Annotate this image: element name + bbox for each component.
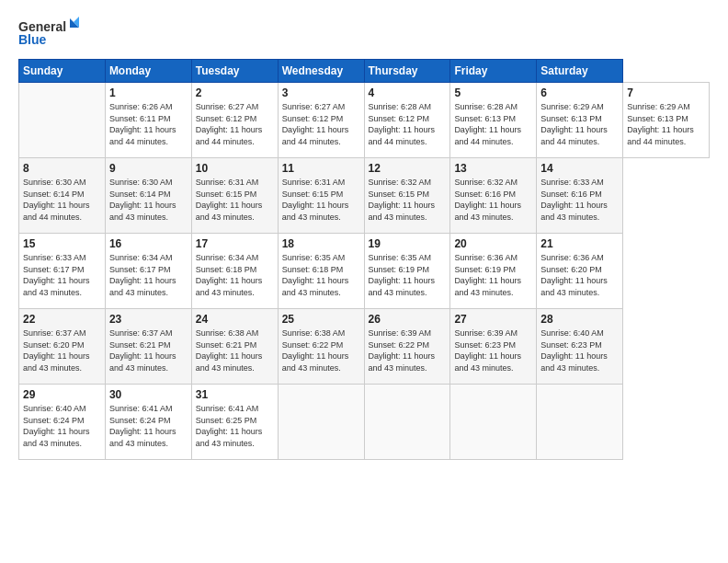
- day-info: Sunrise: 6:33 AMSunset: 6:16 PMDaylight:…: [540, 177, 619, 223]
- calendar-cell: 17Sunrise: 6:34 AMSunset: 6:18 PMDayligh…: [191, 234, 278, 309]
- day-info: Sunrise: 6:29 AMSunset: 6:13 PMDaylight:…: [627, 101, 705, 147]
- calendar-week-4: 22Sunrise: 6:37 AMSunset: 6:20 PMDayligh…: [19, 309, 710, 385]
- day-header-sunday: Sunday: [19, 60, 106, 83]
- day-number: 2: [196, 86, 274, 99]
- day-number: 20: [454, 237, 532, 250]
- calendar-cell: 25Sunrise: 6:38 AMSunset: 6:22 PMDayligh…: [278, 309, 364, 385]
- day-header-monday: Monday: [105, 60, 191, 83]
- day-number: 12: [369, 162, 447, 175]
- calendar-cell: 31Sunrise: 6:41 AMSunset: 6:25 PMDayligh…: [191, 385, 278, 460]
- calendar-cell: 12Sunrise: 6:32 AMSunset: 6:15 PMDayligh…: [364, 158, 450, 234]
- day-info: Sunrise: 6:37 AMSunset: 6:21 PMDaylight:…: [109, 327, 188, 373]
- calendar-cell: 24Sunrise: 6:38 AMSunset: 6:21 PMDayligh…: [191, 309, 278, 385]
- day-number: 13: [454, 162, 532, 175]
- day-number: 11: [282, 162, 360, 175]
- calendar-cell: 11Sunrise: 6:31 AMSunset: 6:15 PMDayligh…: [278, 158, 364, 234]
- day-number: 17: [196, 237, 274, 250]
- day-header-friday: Friday: [450, 60, 537, 83]
- day-info: Sunrise: 6:32 AMSunset: 6:15 PMDaylight:…: [369, 177, 447, 223]
- calendar-week-2: 8Sunrise: 6:30 AMSunset: 6:14 PMDaylight…: [19, 158, 710, 234]
- day-info: Sunrise: 6:41 AMSunset: 6:24 PMDaylight:…: [109, 403, 188, 449]
- calendar-cell: 27Sunrise: 6:39 AMSunset: 6:23 PMDayligh…: [450, 309, 537, 385]
- calendar-cell: 22Sunrise: 6:37 AMSunset: 6:20 PMDayligh…: [19, 309, 106, 385]
- day-info: Sunrise: 6:35 AMSunset: 6:18 PMDaylight:…: [282, 252, 360, 298]
- day-number: 7: [627, 86, 705, 99]
- day-header-thursday: Thursday: [364, 60, 450, 83]
- day-info: Sunrise: 6:38 AMSunset: 6:21 PMDaylight:…: [196, 327, 274, 373]
- day-info: Sunrise: 6:36 AMSunset: 6:19 PMDaylight:…: [454, 252, 532, 298]
- calendar-cell: 14Sunrise: 6:33 AMSunset: 6:16 PMDayligh…: [537, 158, 623, 234]
- day-number: 31: [196, 388, 274, 401]
- page: General Blue SundayMondayTuesdayWednesda…: [0, 0, 728, 563]
- day-info: Sunrise: 6:32 AMSunset: 6:16 PMDaylight:…: [454, 177, 532, 223]
- day-info: Sunrise: 6:29 AMSunset: 6:13 PMDaylight:…: [540, 101, 619, 147]
- day-info: Sunrise: 6:34 AMSunset: 6:18 PMDaylight:…: [196, 252, 274, 298]
- day-info: Sunrise: 6:38 AMSunset: 6:22 PMDaylight:…: [282, 327, 360, 373]
- day-number: 23: [109, 313, 188, 326]
- calendar-cell: 7Sunrise: 6:29 AMSunset: 6:13 PMDaylight…: [623, 83, 710, 158]
- day-number: 5: [454, 86, 532, 99]
- day-info: Sunrise: 6:27 AMSunset: 6:12 PMDaylight:…: [196, 101, 274, 147]
- day-number: 30: [109, 388, 188, 401]
- day-info: Sunrise: 6:33 AMSunset: 6:17 PMDaylight:…: [23, 252, 101, 298]
- calendar-cell: 9Sunrise: 6:30 AMSunset: 6:14 PMDaylight…: [105, 158, 191, 234]
- day-info: Sunrise: 6:39 AMSunset: 6:23 PMDaylight:…: [454, 327, 532, 373]
- day-number: 22: [23, 313, 101, 326]
- day-number: 25: [282, 313, 360, 326]
- svg-text:Blue: Blue: [18, 32, 47, 47]
- calendar-cell: 30Sunrise: 6:41 AMSunset: 6:24 PMDayligh…: [105, 385, 191, 460]
- calendar-cell: 18Sunrise: 6:35 AMSunset: 6:18 PMDayligh…: [278, 234, 364, 309]
- day-number: 14: [540, 162, 619, 175]
- day-info: Sunrise: 6:40 AMSunset: 6:23 PMDaylight:…: [540, 327, 619, 373]
- calendar-cell: 2Sunrise: 6:27 AMSunset: 6:12 PMDaylight…: [191, 83, 278, 158]
- day-number: 29: [23, 388, 101, 401]
- day-number: 8: [23, 162, 101, 175]
- logo: General Blue: [18, 17, 83, 50]
- day-info: Sunrise: 6:28 AMSunset: 6:13 PMDaylight:…: [454, 101, 532, 147]
- calendar-header-row: SundayMondayTuesdayWednesdayThursdayFrid…: [19, 60, 710, 83]
- calendar-cell: [19, 83, 106, 158]
- day-number: 21: [540, 237, 619, 250]
- day-number: 4: [369, 86, 447, 99]
- calendar-cell: 8Sunrise: 6:30 AMSunset: 6:14 PMDaylight…: [19, 158, 106, 234]
- day-info: Sunrise: 6:36 AMSunset: 6:20 PMDaylight:…: [540, 252, 619, 298]
- calendar-cell: 5Sunrise: 6:28 AMSunset: 6:13 PMDaylight…: [450, 83, 537, 158]
- day-info: Sunrise: 6:31 AMSunset: 6:15 PMDaylight:…: [282, 177, 360, 223]
- day-number: 16: [109, 237, 188, 250]
- day-number: 3: [282, 86, 360, 99]
- day-info: Sunrise: 6:31 AMSunset: 6:15 PMDaylight:…: [196, 177, 274, 223]
- calendar-cell: [537, 385, 623, 460]
- day-number: 9: [109, 162, 188, 175]
- day-number: 28: [540, 313, 619, 326]
- day-info: Sunrise: 6:26 AMSunset: 6:11 PMDaylight:…: [109, 101, 188, 147]
- day-number: 1: [109, 86, 188, 99]
- calendar-cell: [364, 385, 450, 460]
- logo-svg: General Blue: [18, 17, 83, 50]
- day-info: Sunrise: 6:39 AMSunset: 6:22 PMDaylight:…: [369, 327, 447, 373]
- calendar-week-1: 1Sunrise: 6:26 AMSunset: 6:11 PMDaylight…: [19, 83, 710, 158]
- calendar-cell: 13Sunrise: 6:32 AMSunset: 6:16 PMDayligh…: [450, 158, 537, 234]
- calendar-cell: 10Sunrise: 6:31 AMSunset: 6:15 PMDayligh…: [191, 158, 278, 234]
- day-number: 27: [454, 313, 532, 326]
- day-header-tuesday: Tuesday: [191, 60, 278, 83]
- calendar-week-5: 29Sunrise: 6:40 AMSunset: 6:24 PMDayligh…: [19, 385, 710, 460]
- day-info: Sunrise: 6:30 AMSunset: 6:14 PMDaylight:…: [109, 177, 188, 223]
- day-number: 24: [196, 313, 274, 326]
- day-number: 19: [369, 237, 447, 250]
- day-info: Sunrise: 6:41 AMSunset: 6:25 PMDaylight:…: [196, 403, 274, 449]
- day-info: Sunrise: 6:28 AMSunset: 6:12 PMDaylight:…: [369, 101, 447, 147]
- calendar-table: SundayMondayTuesdayWednesdayThursdayFrid…: [18, 59, 710, 460]
- day-number: 6: [540, 86, 619, 99]
- calendar-cell: 3Sunrise: 6:27 AMSunset: 6:12 PMDaylight…: [278, 83, 364, 158]
- calendar-cell: 29Sunrise: 6:40 AMSunset: 6:24 PMDayligh…: [19, 385, 106, 460]
- day-info: Sunrise: 6:40 AMSunset: 6:24 PMDaylight:…: [23, 403, 101, 449]
- calendar-cell: 6Sunrise: 6:29 AMSunset: 6:13 PMDaylight…: [537, 83, 623, 158]
- day-number: 15: [23, 237, 101, 250]
- calendar-cell: 26Sunrise: 6:39 AMSunset: 6:22 PMDayligh…: [364, 309, 450, 385]
- calendar-cell: 19Sunrise: 6:35 AMSunset: 6:19 PMDayligh…: [364, 234, 450, 309]
- day-info: Sunrise: 6:27 AMSunset: 6:12 PMDaylight:…: [282, 101, 360, 147]
- day-number: 26: [369, 313, 447, 326]
- day-header-saturday: Saturday: [537, 60, 623, 83]
- calendar-week-3: 15Sunrise: 6:33 AMSunset: 6:17 PMDayligh…: [19, 234, 710, 309]
- day-info: Sunrise: 6:34 AMSunset: 6:17 PMDaylight:…: [109, 252, 188, 298]
